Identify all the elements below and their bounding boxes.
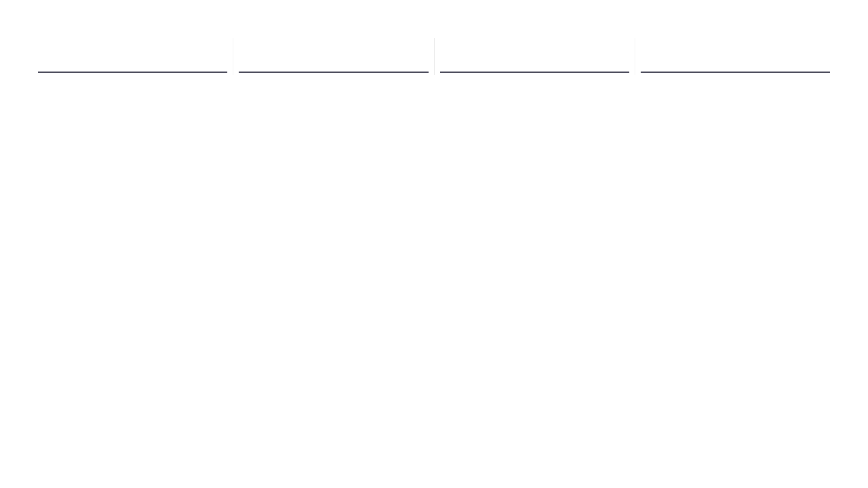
section-desc-games bbox=[239, 38, 428, 62]
col-headers-games bbox=[239, 68, 428, 73]
section-apps bbox=[33, 38, 233, 75]
section-desc-apps bbox=[38, 38, 227, 62]
col-headers-comp-apps bbox=[440, 68, 629, 73]
main-content bbox=[33, 38, 835, 75]
col-headers-apps bbox=[38, 68, 227, 73]
section-comp-games bbox=[635, 38, 835, 75]
col-headers-comp-games bbox=[641, 68, 830, 73]
section-desc-comp-apps bbox=[440, 38, 629, 62]
section-desc-comp-games bbox=[641, 38, 830, 62]
section-comp-apps bbox=[435, 38, 635, 75]
section-games bbox=[233, 38, 434, 75]
